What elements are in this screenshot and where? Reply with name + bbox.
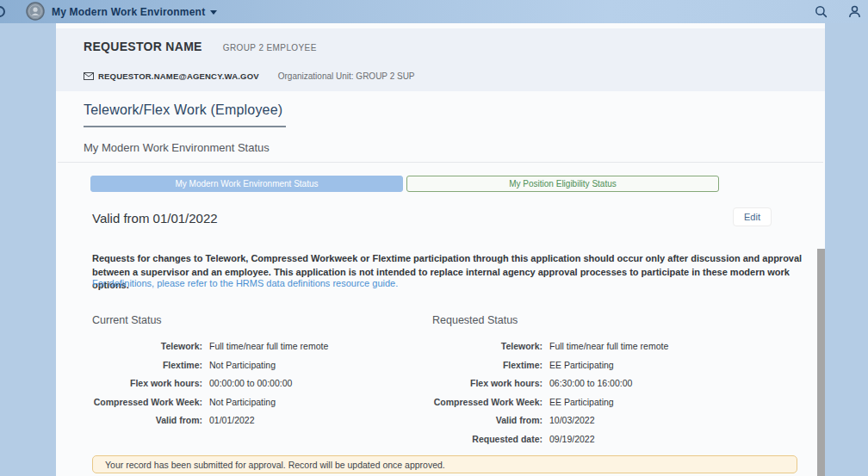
status-row: Telework: Full time/near full time remot…	[92, 341, 437, 360]
row-value: 06:30:00 to 16:00:00	[549, 378, 777, 388]
requestor-contact-row: REQUESTOR.NAME@AGENCY.WA.GOV Organizatio…	[84, 71, 415, 81]
requestor-name: REQUESTOR NAME	[84, 40, 202, 53]
tab-telework-flexwork[interactable]: Telework/Flex Work (Employee)	[84, 102, 286, 127]
requestor-role: GROUP 2 EMPLOYEE	[223, 43, 317, 53]
current-status-column: Current Status Telework: Full time/near …	[92, 314, 437, 434]
org-unit: Organizational Unit: GROUP 2 SUP	[278, 71, 415, 81]
topbar-actions	[815, 0, 861, 23]
requestor-identity-row: REQUESTOR NAME GROUP 2 EMPLOYEE	[84, 40, 317, 53]
envelope-icon	[84, 72, 94, 80]
submission-status-banner: Your record has been submitted for appro…	[92, 455, 797, 473]
seal-logo-icon[interactable]	[26, 2, 45, 21]
requestor-email-text: REQUESTOR.NAME@AGENCY.WA.GOV	[98, 71, 259, 81]
toggle-position-eligibility-button[interactable]: My Position Eligibility Status	[406, 176, 719, 192]
row-value: 01/01/2022	[209, 415, 437, 425]
row-label: Flextime:	[432, 360, 542, 370]
status-row: Requested date: 09/19/2022	[432, 434, 777, 453]
row-value: EE Participating	[549, 360, 777, 370]
status-row: Compressed Work Week: Not Participating	[92, 397, 437, 416]
row-value: Full time/near full time remote	[549, 341, 777, 351]
row-label: Flex work hours:	[432, 378, 542, 388]
status-row: Telework: Full time/near full time remot…	[432, 341, 777, 360]
topbar: My Modern Work Environment	[0, 0, 868, 23]
toggle-mwe-status-button[interactable]: My Modern Work Environment Status	[90, 176, 403, 192]
requestor-header: REQUESTOR NAME GROUP 2 EMPLOYEE REQUESTO…	[56, 28, 825, 91]
row-label: Flextime:	[92, 360, 202, 370]
banner-message: Your record has been submitted for appro…	[105, 460, 445, 470]
row-value: EE Participating	[549, 397, 777, 407]
app-title: My Modern Work Environment	[52, 6, 205, 18]
row-value: Not Participating	[209, 397, 437, 407]
requested-status-title: Requested Status	[432, 314, 777, 326]
requested-status-column: Requested Status Telework: Full time/nea…	[432, 314, 777, 452]
status-toggle-group: My Modern Work Environment Status My Pos…	[90, 176, 719, 192]
row-value: Full time/near full time remote	[209, 341, 437, 351]
status-row: Valid from: 01/01/2022	[92, 415, 437, 434]
row-value: 00:00:00 to 00:00:00	[209, 378, 437, 388]
requestor-email[interactable]: REQUESTOR.NAME@AGENCY.WA.GOV	[84, 71, 259, 81]
chevron-down-icon	[210, 10, 217, 15]
section-title: My Modern Work Environment Status	[84, 141, 270, 154]
row-label: Valid from:	[92, 415, 202, 425]
row-value: Not Participating	[209, 360, 437, 370]
status-row: Flex work hours: 06:30:00 to 16:00:00	[432, 378, 777, 397]
status-row: Flex work hours: 00:00:00 to 00:00:00	[92, 378, 437, 397]
row-label: Flex work hours:	[92, 378, 202, 388]
section-divider	[58, 162, 823, 163]
row-label: Telework:	[432, 341, 542, 351]
vertical-scrollbar-thumb[interactable]	[817, 249, 825, 476]
status-row: Flextime: Not Participating	[92, 360, 437, 379]
app-title-menu[interactable]: My Modern Work Environment	[52, 0, 217, 23]
row-label: Valid from:	[432, 415, 542, 425]
content-panel: REQUESTOR NAME GROUP 2 EMPLOYEE REQUESTO…	[56, 23, 825, 476]
row-label: Compressed Work Week:	[432, 397, 542, 407]
status-row: Compressed Work Week: EE Participating	[432, 397, 777, 416]
chevron-back-icon[interactable]	[0, 6, 5, 17]
current-status-title: Current Status	[92, 314, 437, 326]
valid-from-heading: Valid from 01/01/2022	[92, 211, 218, 226]
hrms-definitions-link[interactable]: For definitions, please refer to the HRM…	[92, 278, 398, 288]
search-icon[interactable]	[815, 5, 828, 18]
status-row: Valid from: 10/03/2022	[432, 415, 777, 434]
row-value: 09/19/2022	[549, 434, 777, 444]
status-row: Flextime: EE Participating	[432, 360, 777, 379]
edit-button[interactable]: Edit	[733, 207, 772, 226]
row-label: Telework:	[92, 341, 202, 351]
row-label: Compressed Work Week:	[92, 397, 202, 407]
user-profile-icon[interactable]	[848, 5, 861, 18]
row-value: 10/03/2022	[549, 415, 777, 425]
row-label: Requested date:	[432, 434, 542, 444]
